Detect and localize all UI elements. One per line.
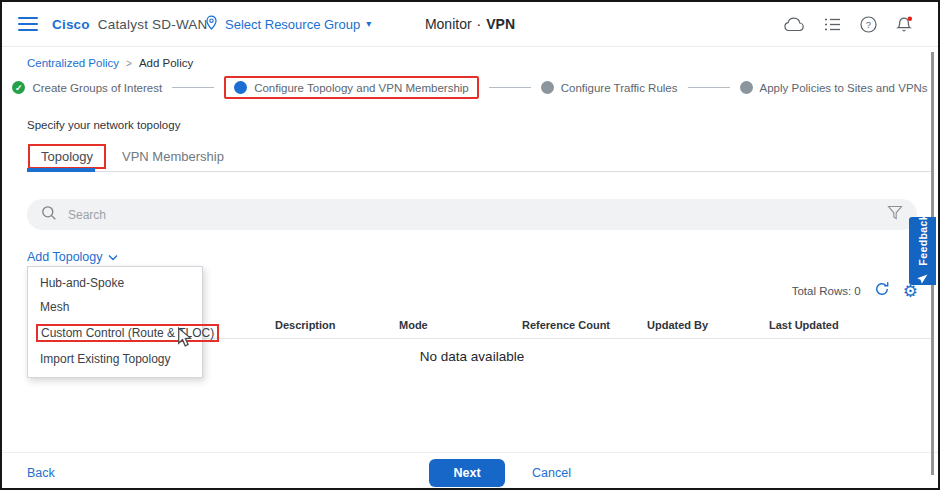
chevron-down-icon: ▾ [366, 19, 371, 29]
add-topology-label: Add Topology [27, 250, 103, 264]
step-upcoming-icon [740, 81, 753, 94]
page-instruction: Specify your network topology [27, 119, 180, 131]
column-header-description[interactable]: Description [275, 319, 336, 331]
breadcrumb-centralized-policy[interactable]: Centralized Policy [27, 57, 119, 69]
add-topology-button[interactable]: Add Topology [27, 250, 118, 264]
cancel-button[interactable]: Cancel [532, 466, 571, 480]
help-icon[interactable]: ? [860, 16, 877, 33]
step-complete-icon: ✓ [12, 81, 25, 94]
app-window: Cisco Catalyst SD-WAN Select Resource Gr… [0, 0, 940, 490]
tabs-divider [27, 171, 932, 172]
mouse-cursor-icon [177, 327, 194, 351]
step-label: Apply Policies to Sites and VPNs [760, 82, 928, 94]
resource-group-selector[interactable]: Select Resource Group ▾ [204, 14, 371, 34]
column-header-last-updated[interactable]: Last Updated [769, 319, 839, 331]
step-connector [688, 87, 730, 88]
notification-bell-icon[interactable] [896, 16, 914, 33]
active-tab-underline [27, 168, 95, 172]
feedback-label: Feedback [917, 214, 929, 266]
column-header-reference-count[interactable]: Reference Count [522, 319, 610, 331]
brand-product: Catalyst SD-WAN [98, 17, 208, 32]
brand-cisco: Cisco [52, 17, 90, 32]
breadcrumb-separator: > [126, 58, 132, 69]
step-label: Configure Topology and VPN Membership [254, 82, 469, 94]
step-configure-topology-highlight[interactable]: Configure Topology and VPN Membership [224, 76, 479, 99]
next-button[interactable]: Next [429, 459, 505, 487]
feedback-tab[interactable]: Feedback [909, 217, 936, 285]
send-icon [917, 270, 928, 288]
tab-topology[interactable]: Topology [28, 144, 106, 169]
column-header-mode[interactable]: Mode [399, 319, 428, 331]
page-title: Monitor·VPN [425, 16, 515, 32]
task-list-icon[interactable] [824, 17, 841, 32]
title-section: Monitor [425, 16, 472, 32]
breadcrumb: Centralized Policy > Add Policy [27, 57, 193, 69]
title-page: VPN [486, 16, 515, 32]
menu-icon[interactable] [18, 17, 38, 32]
add-topology-menu: Hub-and-Spoke Mesh Custom Control (Route… [27, 266, 203, 378]
step-label: Configure Traffic Rules [561, 82, 678, 94]
footer-divider [2, 452, 940, 453]
menu-item-import-existing-topology[interactable]: Import Existing Topology [28, 347, 202, 371]
brand: Cisco Catalyst SD-WAN [52, 17, 207, 32]
step-apply-policies[interactable]: Apply Policies to Sites and VPNs [740, 81, 928, 94]
breadcrumb-add-policy: Add Policy [139, 57, 193, 69]
menu-item-hub-and-spoke[interactable]: Hub-and-Spoke [28, 271, 202, 295]
refresh-icon[interactable] [874, 281, 890, 301]
step-connector [489, 87, 531, 88]
back-button[interactable]: Back [27, 466, 55, 480]
step-create-groups[interactable]: ✓ Create Groups of Interest [12, 81, 162, 94]
filter-funnel-icon[interactable] [887, 205, 903, 224]
step-label: Create Groups of Interest [32, 82, 162, 94]
location-pin-icon [204, 14, 219, 34]
total-rows-label: Total Rows: 0 [792, 285, 861, 297]
step-connector [172, 87, 214, 88]
cloud-icon[interactable] [783, 16, 805, 32]
gear-icon[interactable]: ⚙ [903, 283, 918, 300]
search-input[interactable] [68, 208, 876, 222]
step-configure-traffic-rules[interactable]: Configure Traffic Rules [541, 81, 678, 94]
svg-text:?: ? [866, 19, 871, 30]
column-header-updated-by[interactable]: Updated By [647, 319, 708, 331]
title-separator: · [477, 16, 482, 32]
menu-item-custom-control[interactable]: Custom Control (Route & TLOC) [28, 319, 202, 347]
topbar-icons: ? [783, 16, 922, 33]
search-bar[interactable] [27, 199, 917, 230]
wizard-stepper: ✓ Create Groups of Interest Configure To… [2, 76, 938, 99]
step-upcoming-icon [541, 81, 554, 94]
tab-vpn-membership[interactable]: VPN Membership [122, 149, 224, 164]
search-icon [41, 205, 57, 225]
table-controls: Total Rows: 0 ⚙ [792, 281, 918, 301]
step-active-icon [234, 81, 247, 94]
resource-group-label: Select Resource Group [225, 17, 360, 32]
top-bar: Cisco Catalyst SD-WAN Select Resource Gr… [2, 2, 938, 47]
menu-item-mesh[interactable]: Mesh [28, 295, 202, 319]
chevron-down-icon [108, 250, 118, 264]
